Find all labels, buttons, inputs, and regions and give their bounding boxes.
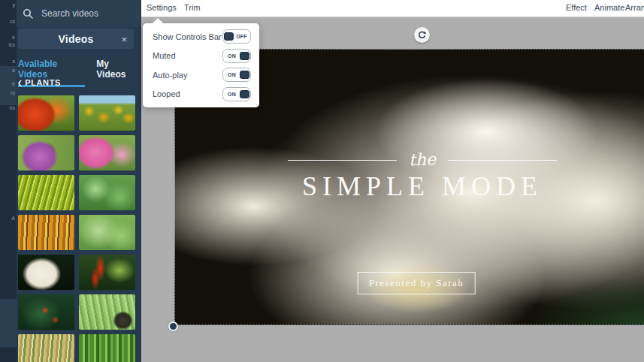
toggle-state-label: ON (224, 53, 240, 59)
pre-title-text[interactable]: the (409, 151, 437, 168)
thumbnail-wheat-stalks[interactable] (18, 334, 74, 362)
panel-title: Videos (59, 33, 94, 45)
rail-label-fragment: s (13, 59, 16, 65)
toggle-state-label: OFF (234, 34, 249, 39)
divider-line (288, 160, 397, 161)
app-window: y cs o ics s a e rs ns A Videos × Availa… (0, 0, 644, 362)
divider-line (448, 160, 557, 161)
close-icon[interactable]: × (121, 34, 127, 44)
toolbar-arrange-button[interactable]: Arrange (625, 3, 644, 12)
toggle-knob (240, 52, 249, 60)
toggle-knob (240, 71, 249, 79)
thumbnail-sunflower-field[interactable] (79, 95, 135, 131)
rotate-handle[interactable] (414, 27, 430, 43)
thumbnail-potted-grass[interactable] (79, 294, 135, 330)
thumbnail-bamboo-leaves[interactable] (79, 215, 135, 250)
toolbar-effect-button[interactable]: Effect (566, 3, 587, 12)
toolbar-trim-button[interactable]: Trim (184, 3, 201, 12)
toggle-looped[interactable]: ON (222, 87, 251, 101)
toggle-muted[interactable]: ON (222, 49, 251, 63)
rail-label-fragment: A (11, 216, 15, 222)
editor-toolbar: Settings Trim Effect Animate Arrange (141, 0, 644, 17)
search-input[interactable] (40, 8, 135, 20)
thumbnail-autumn-forest[interactable] (18, 215, 74, 250)
menu-row-looped: Looped ON (143, 87, 259, 101)
rail-label-fragment: rs (11, 90, 15, 96)
menu-row-auto-play: Auto-play ON (143, 68, 259, 82)
category-label: PLANTS (25, 78, 61, 87)
rail-highlight-block (0, 299, 17, 347)
credit-text-box[interactable]: Presented by Sarah (358, 272, 476, 294)
menu-row-muted: Muted ON (143, 49, 259, 63)
title-overlay: the SIMPLE MODE (175, 152, 644, 202)
toolbar-animate-button[interactable]: Animate (594, 3, 624, 12)
category-back-plants[interactable]: ❮ PLANTS (17, 78, 61, 87)
rail-label-fragment: y (13, 2, 16, 8)
thumbnail-bamboo-stalks[interactable] (79, 334, 135, 362)
main-title-text[interactable]: SIMPLE MODE (175, 170, 644, 202)
menu-row-show-controls-bar: Show Controls Bar OFF (143, 29, 259, 44)
toggle-knob (224, 32, 234, 41)
toggle-auto-play[interactable]: ON (222, 68, 251, 82)
pre-title-row: the (175, 152, 644, 168)
rail-label-fragment: a (12, 68, 15, 74)
settings-dropdown: Show Controls Bar OFF Muted ON Auto-play… (143, 23, 259, 107)
rail-label-fragment: ics (8, 42, 15, 48)
video-thumbnail-grid (18, 95, 138, 362)
menu-item-label: Looped (153, 89, 180, 98)
resize-handle-bottom-left[interactable] (168, 321, 178, 331)
menu-item-label: Muted (153, 51, 176, 60)
rail-label-fragment: cs (10, 19, 15, 25)
rail-label-fragment: e (12, 81, 15, 87)
videos-sidebar: Videos × Available Videos My Videos ❮ PL… (17, 0, 141, 362)
toggle-knob (240, 90, 249, 98)
search-icon (23, 8, 33, 19)
rail-label-fragment: o (12, 35, 15, 41)
tab-my-videos[interactable]: My Videos (96, 59, 138, 87)
thumbnail-red-chili-plant[interactable] (79, 255, 135, 290)
left-nav-rail[interactable]: y cs o ics s a e rs ns A (0, 0, 17, 362)
toolbar-settings-button[interactable]: Settings (147, 3, 177, 12)
menu-item-label: Show Controls Bar (153, 32, 222, 41)
rail-label-fragment: ns (10, 105, 15, 111)
thumbnail-white-tulip[interactable] (18, 255, 74, 290)
toggle-state-label: ON (224, 92, 240, 97)
chevron-left-icon: ❮ (17, 80, 23, 86)
menu-item-label: Auto-play (153, 71, 187, 80)
thumbnail-red-poppies[interactable] (18, 95, 74, 131)
thumbnail-bee-on-purple-flower[interactable] (18, 135, 74, 170)
rotate-icon (417, 30, 427, 40)
thumbnail-pink-roses[interactable] (79, 135, 135, 170)
thumbnail-dark-clover-berries[interactable] (18, 294, 74, 330)
videos-panel-header: Videos × (18, 29, 134, 49)
toggle-show-controls-bar[interactable]: OFF (222, 29, 251, 44)
toggle-state-label: ON (224, 72, 240, 77)
thumbnail-green-leaves[interactable] (79, 175, 135, 210)
thumbnail-sunlit-grass[interactable] (18, 175, 74, 210)
search-bar (17, 0, 141, 27)
